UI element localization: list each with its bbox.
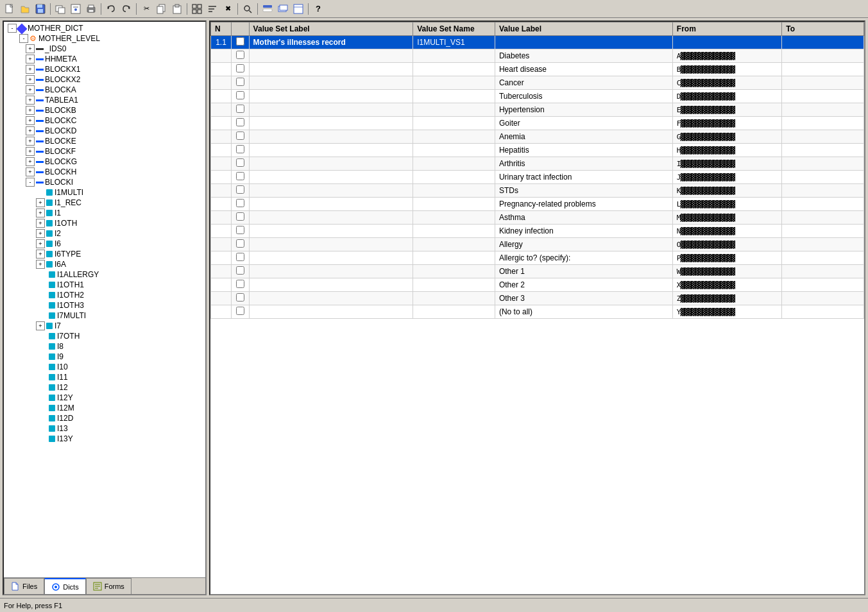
toggle-view-button[interactable]: [260, 2, 275, 16]
view-button[interactable]: [69, 2, 83, 16]
cell-checkbox[interactable]: [231, 184, 249, 198]
table-row[interactable]: HepatitisH▓▓▓▓▓▓▓▓▓▓▓▓▓▓▓: [211, 144, 864, 157]
redo-button[interactable]: [119, 2, 133, 16]
align-button[interactable]: [205, 2, 219, 16]
expand-I1_REC[interactable]: +: [36, 198, 45, 207]
layer2-button[interactable]: [291, 2, 305, 16]
cell-checkbox[interactable]: [231, 90, 249, 103]
cell-checkbox[interactable]: [231, 76, 249, 90]
window-button[interactable]: [53, 2, 67, 16]
row-checkbox[interactable]: [236, 199, 244, 207]
row-checkbox[interactable]: [236, 145, 244, 153]
table-row[interactable]: Kidney infectionN▓▓▓▓▓▓▓▓▓▓▓▓▓▓▓: [211, 225, 864, 238]
row-checkbox[interactable]: [236, 37, 244, 46]
row-checkbox[interactable]: [236, 226, 244, 234]
tree-item-BLOCKX2[interactable]: + BLOCKX2: [5, 74, 204, 85]
tab-forms[interactable]: Forms: [86, 578, 132, 594]
expand-I6[interactable]: +: [36, 239, 45, 248]
row-checkbox[interactable]: [236, 64, 244, 72]
expand-BLOCKA[interactable]: +: [26, 85, 35, 94]
expand-I7[interactable]: +: [36, 321, 45, 330]
row-checkbox[interactable]: [236, 212, 244, 221]
expand-TABLEA1[interactable]: +: [26, 96, 35, 105]
row-checkbox[interactable]: [236, 91, 244, 99]
tree-item-I2[interactable]: + I2: [5, 228, 204, 239]
help-button[interactable]: ?: [311, 2, 325, 16]
tree-item-I6[interactable]: + I6: [5, 239, 204, 249]
table-row[interactable]: ArthritisI▓▓▓▓▓▓▓▓▓▓▓▓▓▓▓: [211, 157, 864, 171]
table-row[interactable]: AsthmaM▓▓▓▓▓▓▓▓▓▓▓▓▓▓▓: [211, 211, 864, 225]
expand-I6TYPE[interactable]: +: [36, 250, 45, 259]
tree-item-I7[interactable]: + I7: [5, 321, 204, 331]
copy-button[interactable]: [155, 2, 169, 16]
tree-item-BLOCKH[interactable]: + BLOCKH: [5, 167, 204, 177]
tree-item-MOTHER_LEVEL[interactable]: - ⚙ MOTHER_LEVEL: [5, 33, 204, 44]
expand-I6A[interactable]: +: [36, 260, 45, 269]
expand-MOTHER_LEVEL[interactable]: -: [19, 34, 28, 43]
open-button[interactable]: [18, 2, 32, 16]
print-button[interactable]: [84, 2, 98, 16]
table-row[interactable]: CancerC▓▓▓▓▓▓▓▓▓▓▓▓▓▓▓: [211, 76, 864, 90]
table-row[interactable]: GoiterF▓▓▓▓▓▓▓▓▓▓▓▓▓▓▓: [211, 117, 864, 130]
cell-checkbox[interactable]: [231, 265, 249, 278]
undo-button[interactable]: [104, 2, 118, 16]
tree-item-I12[interactable]: I12: [5, 382, 204, 393]
tree-item-BLOCKF[interactable]: + BLOCKF: [5, 146, 204, 157]
expand-BLOCKG[interactable]: +: [26, 157, 35, 166]
table-row[interactable]: HypertensionE▓▓▓▓▓▓▓▓▓▓▓▓▓▓▓: [211, 103, 864, 117]
cell-checkbox[interactable]: [231, 63, 249, 76]
table-row[interactable]: AnemiaG▓▓▓▓▓▓▓▓▓▓▓▓▓▓▓: [211, 130, 864, 144]
cell-checkbox[interactable]: [231, 211, 249, 225]
table-row[interactable]: Pregnancy-related problemsL▓▓▓▓▓▓▓▓▓▓▓▓▓…: [211, 198, 864, 211]
tree-item-BLOCKI[interactable]: - BLOCKI: [5, 177, 204, 187]
cell-checkbox[interactable]: [231, 238, 249, 251]
expand-_IDS0[interactable]: +: [26, 44, 35, 53]
tree-item-BLOCKD[interactable]: + BLOCKD: [5, 126, 204, 136]
tree-item-HHMETA[interactable]: + HHMETA: [5, 54, 204, 64]
tree-item-BLOCKE[interactable]: + BLOCKE: [5, 136, 204, 146]
tree-item-I7MULTI[interactable]: I7MULTI: [5, 310, 204, 321]
cell-checkbox[interactable]: [231, 305, 249, 319]
row-checkbox[interactable]: [236, 132, 244, 140]
tree-item-I1[interactable]: + I1: [5, 208, 204, 218]
new-button[interactable]: [3, 2, 17, 16]
table-row[interactable]: AllergyO▓▓▓▓▓▓▓▓▓▓▓▓▓▓▓: [211, 238, 864, 251]
expand-BLOCKH[interactable]: +: [26, 167, 35, 176]
table-row[interactable]: Other 3Z▓▓▓▓▓▓▓▓▓▓▓▓▓▓▓: [211, 292, 864, 305]
tree-item-MOTHER_DICT[interactable]: - MOTHER_DICT: [5, 23, 204, 33]
table-row[interactable]: STDsK▓▓▓▓▓▓▓▓▓▓▓▓▓▓▓: [211, 184, 864, 198]
row-checkbox[interactable]: [236, 280, 244, 288]
expand-HHMETA[interactable]: +: [26, 55, 35, 64]
tree-item-TABLEA1[interactable]: + TABLEA1: [5, 95, 204, 105]
row-checkbox[interactable]: [236, 239, 244, 248]
cell-checkbox[interactable]: [231, 144, 249, 157]
tree-item-I12M[interactable]: I12M: [5, 403, 204, 413]
grid-container[interactable]: N Value Set Label Value Set Name Value L…: [210, 22, 864, 594]
row-checkbox[interactable]: [236, 158, 244, 167]
cell-checkbox[interactable]: [231, 157, 249, 171]
cell-checkbox[interactable]: [231, 292, 249, 305]
tree-item-I9[interactable]: I9: [5, 352, 204, 362]
tree-item-I11[interactable]: I11: [5, 372, 204, 382]
tree-item-I1OTH3[interactable]: I1OTH3: [5, 300, 204, 310]
table-row[interactable]: Allergic to? (specify):P▓▓▓▓▓▓▓▓▓▓▓▓▓▓▓: [211, 251, 864, 265]
expand-BLOCKC[interactable]: +: [26, 116, 35, 125]
tree-container[interactable]: - MOTHER_DICT - ⚙ MOTHER_LEVEL + _IDS0: [4, 22, 205, 577]
expand-BLOCKE[interactable]: +: [26, 137, 35, 146]
tree-item-I10[interactable]: I10: [5, 362, 204, 372]
tree-item-I7OTH[interactable]: I7OTH: [5, 331, 204, 341]
delete-button[interactable]: ✖: [221, 2, 235, 16]
expand-BLOCKD[interactable]: +: [26, 126, 35, 135]
row-checkbox[interactable]: [236, 307, 244, 315]
expand-BLOCKX1[interactable]: +: [26, 65, 35, 74]
tree-item-BLOCKG[interactable]: + BLOCKG: [5, 157, 204, 167]
cell-checkbox[interactable]: [231, 130, 249, 144]
expand-BLOCKF[interactable]: +: [26, 147, 35, 156]
row-checkbox[interactable]: [236, 185, 244, 194]
expand-I1OTH[interactable]: +: [36, 219, 45, 228]
cell-checkbox[interactable]: [231, 225, 249, 238]
tree-item-I1MULTI[interactable]: I1MULTI: [5, 187, 204, 198]
tree-item-I6TYPE[interactable]: + I6TYPE: [5, 249, 204, 259]
cell-checkbox[interactable]: [231, 198, 249, 211]
table-row[interactable]: Urinary tract infectionJ▓▓▓▓▓▓▓▓▓▓▓▓▓▓▓: [211, 171, 864, 184]
